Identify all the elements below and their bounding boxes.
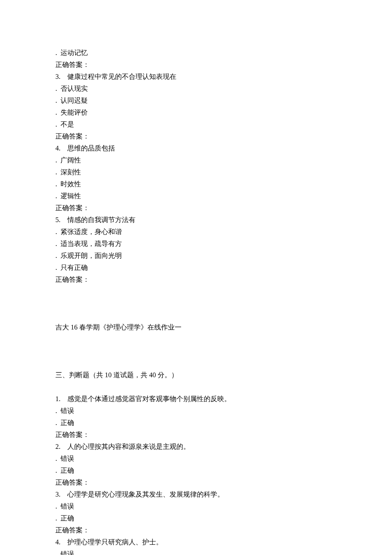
q3-option-a: . 否认现实: [55, 83, 337, 95]
q5-answer-label: 正确答案：: [55, 274, 337, 286]
s3q2-answer-label: 正确答案：: [55, 477, 337, 489]
s3q4-number: 4.: [55, 538, 61, 546]
s3q3-stem: 3. 心理学是研究心理现象及其发生、发展规律的科学。: [55, 489, 337, 500]
q5-text: 情感的自我调节方法有: [67, 216, 135, 223]
q5-option-d: . 只有正确: [55, 262, 337, 274]
q4-option-b: . 深刻性: [55, 166, 337, 178]
s3q3-number: 3.: [55, 491, 61, 498]
s3q3-option-a: . 错误: [55, 500, 337, 512]
q5-option-a: . 紧张适度，身心和谐: [55, 226, 337, 238]
q3-stem: 3. 健康过程中常见的不合理认知表现在: [55, 71, 337, 83]
s3q3-answer-label: 正确答案：: [55, 524, 337, 536]
s3q1-answer-label: 正确答案：: [55, 429, 337, 441]
q4-option-d: . 逻辑性: [55, 190, 337, 202]
s3q3-option-b: . 正确: [55, 512, 337, 524]
q3-option-b: . 认同迟疑: [55, 95, 337, 107]
s3q1-option-b: . 正确: [55, 417, 337, 429]
s3q2-text: 人的心理按其内容和源泉来说是主观的。: [67, 443, 190, 450]
assignment-title: 吉大 16 春学期《护理心理学》在线作业一: [55, 321, 337, 333]
q3-answer-label: 正确答案：: [55, 130, 337, 142]
gap-3: [55, 381, 337, 393]
s3q1-stem: 1. 感觉是个体通过感觉器官对客观事物个别属性的反映。: [55, 393, 337, 405]
q4-answer-label: 正确答案：: [55, 202, 337, 214]
s3q1-number: 1.: [55, 395, 61, 402]
gap-2: [55, 333, 337, 369]
s3q2-stem: 2. 人的心理按其内容和源泉来说是主观的。: [55, 441, 337, 453]
s3q2-number: 2.: [55, 443, 61, 450]
q2-option-d: . 运动记忆: [55, 47, 337, 59]
s3q4-option-a: . 错误: [55, 548, 337, 555]
q4-stem: 4. 思维的品质包括: [55, 142, 337, 154]
q3-option-c: . 失能评价: [55, 107, 337, 119]
q3-text: 健康过程中常见的不合理认知表现在: [67, 73, 176, 80]
q3-option-d: . 不是: [55, 119, 337, 130]
s3q1-option-a: . 错误: [55, 405, 337, 417]
q5-option-b: . 适当表现，疏导有方: [55, 238, 337, 250]
q4-text: 思维的品质包括: [67, 145, 115, 152]
s3q3-text: 心理学是研究心理现象及其发生、发展规律的科学。: [67, 491, 224, 498]
q5-option-c: . 乐观开朗，面向光明: [55, 250, 337, 262]
s3q2-option-b: . 正确: [55, 465, 337, 477]
q5-number: 5.: [55, 216, 61, 223]
q4-number: 4.: [55, 145, 61, 152]
q2-answer-label: 正确答案：: [55, 59, 337, 71]
s3q1-text: 感觉是个体通过感觉器官对客观事物个别属性的反映。: [67, 395, 231, 402]
q3-number: 3.: [55, 73, 61, 80]
section3-header: 三、判断题（共 10 道试题，共 40 分。）: [55, 369, 337, 381]
s3q4-stem: 4. 护理心理学只研究病人、护士。: [55, 536, 337, 548]
gap-1: [55, 286, 337, 321]
q5-stem: 5. 情感的自我调节方法有: [55, 214, 337, 226]
q4-option-a: . 广阔性: [55, 154, 337, 166]
q4-option-c: . 时效性: [55, 178, 337, 190]
s3q4-text: 护理心理学只研究病人、护士。: [67, 538, 163, 546]
s3q2-option-a: . 错误: [55, 453, 337, 465]
